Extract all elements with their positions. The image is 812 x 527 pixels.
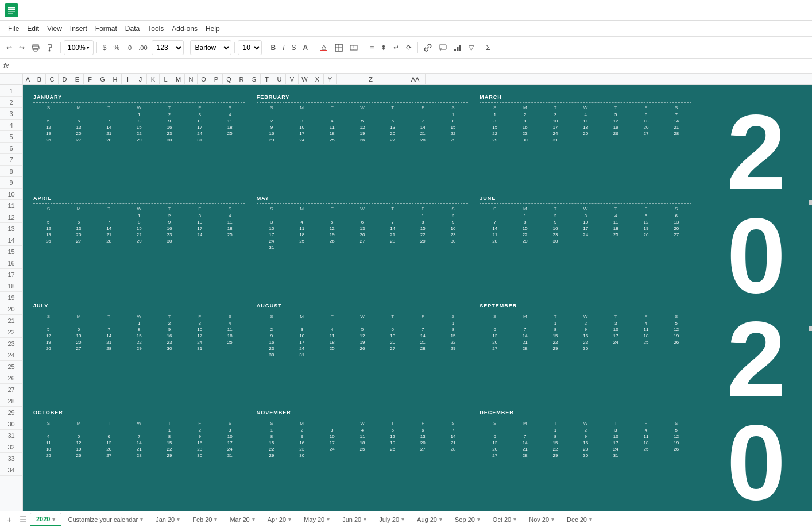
day-4[interactable]: 4 <box>347 427 378 433</box>
day-2[interactable]: 2 <box>570 427 601 433</box>
day-17[interactable]: 17 <box>317 440 347 446</box>
day-11[interactable]: 11 <box>215 326 245 333</box>
day-28[interactable]: 28 <box>480 238 510 244</box>
day-9[interactable]: 9 <box>154 219 185 225</box>
day-23[interactable]: 23 <box>154 130 185 137</box>
day-6[interactable]: 6 <box>661 213 691 219</box>
day-1[interactable]: 1 <box>124 111 154 118</box>
day-24[interactable]: 24 <box>184 232 215 238</box>
day-21[interactable]: 21 <box>377 232 408 238</box>
row-num-2[interactable]: 2 <box>0 97 22 108</box>
row-num-3[interactable]: 3 <box>0 108 22 120</box>
day-1[interactable]: 1 <box>540 320 571 326</box>
day-12[interactable]: 12 <box>33 333 64 339</box>
day-29[interactable]: 29 <box>408 238 438 244</box>
day-20[interactable]: 20 <box>94 446 124 452</box>
day-5[interactable]: 5 <box>33 326 64 333</box>
day-19[interactable]: 19 <box>661 333 691 339</box>
day-14[interactable]: 14 <box>510 333 540 339</box>
day-13[interactable]: 13 <box>408 433 438 440</box>
day-19[interactable]: 19 <box>631 225 662 232</box>
merge-button[interactable] <box>347 42 361 53</box>
day-7[interactable]: 7 <box>408 326 438 333</box>
day-5[interactable]: 5 <box>377 427 408 433</box>
day-3[interactable]: 3 <box>570 213 601 219</box>
day-23[interactable]: 23 <box>184 446 215 452</box>
day-13[interactable]: 13 <box>480 440 510 446</box>
row-num-17[interactable]: 17 <box>0 269 22 280</box>
day-13[interactable]: 13 <box>347 225 378 232</box>
day-28[interactable]: 28 <box>94 137 124 143</box>
day-23[interactable]: 23 <box>540 232 571 238</box>
row-num-30[interactable]: 30 <box>0 418 22 430</box>
day-7[interactable]: 7 <box>480 219 510 225</box>
day-22[interactable]: 22 <box>154 446 185 452</box>
day-20[interactable]: 20 <box>64 130 94 137</box>
day-9[interactable]: 9 <box>154 326 185 333</box>
day-24[interactable]: 24 <box>601 339 631 345</box>
day-24[interactable]: 24 <box>287 137 317 143</box>
day-3[interactable]: 3 <box>287 326 317 333</box>
day-7[interactable]: 7 <box>94 219 124 225</box>
borders-button[interactable] <box>332 42 346 53</box>
day-18[interactable]: 18 <box>215 225 245 232</box>
row-num-33[interactable]: 33 <box>0 453 22 464</box>
day-1[interactable]: 1 <box>154 427 185 433</box>
day-14[interactable]: 14 <box>408 333 438 339</box>
day-16[interactable]: 16 <box>154 333 185 339</box>
day-1[interactable]: 1 <box>480 111 510 118</box>
day-16[interactable]: 16 <box>540 225 571 232</box>
day-27[interactable]: 27 <box>64 238 94 244</box>
day-27[interactable]: 27 <box>408 446 438 452</box>
redo-button[interactable]: ↪ <box>16 42 28 53</box>
row-num-10[interactable]: 10 <box>0 189 22 200</box>
day-23[interactable]: 23 <box>257 137 287 143</box>
day-22[interactable]: 22 <box>124 339 154 345</box>
rotate-button[interactable]: ⟳ <box>403 42 415 53</box>
text-color-button[interactable]: A <box>300 42 311 53</box>
day-30[interactable]: 30 <box>184 452 215 459</box>
day-18[interactable]: 18 <box>570 124 601 130</box>
col-header-F[interactable]: F <box>84 74 96 84</box>
row-num-15[interactable]: 15 <box>0 246 22 257</box>
day-16[interactable]: 16 <box>570 440 601 446</box>
row-num-12[interactable]: 12 <box>0 211 22 223</box>
day-5[interactable]: 5 <box>661 427 691 433</box>
day-13[interactable]: 13 <box>661 219 691 225</box>
day-3[interactable]: 3 <box>215 427 245 433</box>
day-25[interactable]: 25 <box>215 339 245 345</box>
day-20[interactable]: 20 <box>480 339 510 345</box>
day-2[interactable]: 2 <box>570 320 601 326</box>
day-1[interactable]: 1 <box>408 213 438 219</box>
day-16[interactable]: 16 <box>184 440 215 446</box>
day-31[interactable]: 31 <box>540 137 571 143</box>
day-6[interactable]: 6 <box>64 118 94 124</box>
day-30[interactable]: 30 <box>257 352 287 358</box>
day-11[interactable]: 11 <box>631 433 662 440</box>
day-29[interactable]: 29 <box>124 345 154 352</box>
day-3[interactable]: 3 <box>540 111 571 118</box>
day-13[interactable]: 13 <box>377 124 408 130</box>
day-3[interactable]: 3 <box>601 427 631 433</box>
day-14[interactable]: 14 <box>408 124 438 130</box>
day-6[interactable]: 6 <box>347 219 378 225</box>
day-22[interactable]: 22 <box>124 130 154 137</box>
day-15[interactable]: 15 <box>510 225 540 232</box>
day-13[interactable]: 13 <box>64 333 94 339</box>
day-15[interactable]: 15 <box>154 440 185 446</box>
day-2[interactable]: 2 <box>154 213 185 219</box>
day-5[interactable]: 5 <box>317 219 347 225</box>
format-selector[interactable]: 123 <box>152 40 184 55</box>
day-30[interactable]: 30 <box>438 238 469 244</box>
day-7[interactable]: 7 <box>94 118 124 124</box>
day-15[interactable]: 15 <box>124 124 154 130</box>
day-15[interactable]: 15 <box>124 333 154 339</box>
day-8[interactable]: 8 <box>124 118 154 124</box>
day-9[interactable]: 9 <box>570 326 601 333</box>
col-header-D[interactable]: D <box>59 74 71 84</box>
day-24[interactable]: 24 <box>317 446 347 452</box>
day-13[interactable]: 13 <box>64 225 94 232</box>
sheet-tab-12[interactable]: Nov 20 ▾ <box>523 513 560 526</box>
day-18[interactable]: 18 <box>215 124 245 130</box>
day-26[interactable]: 26 <box>317 238 347 244</box>
